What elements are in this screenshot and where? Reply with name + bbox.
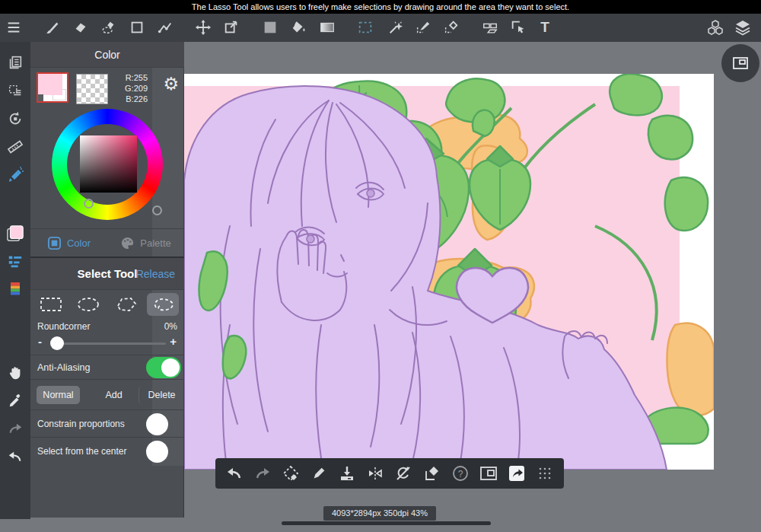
color-panel-title: Color [30,42,184,68]
rgb-b: B:226 [125,94,148,104]
redo-icon[interactable] [6,420,24,438]
gear-icon[interactable]: ⚙ [163,75,179,93]
floating-window-icon [731,53,750,73]
color-wheel-area [30,109,184,228]
pages-icon[interactable] [6,53,24,72]
transform-icon[interactable] [222,18,240,37]
slider-track[interactable] [50,342,166,345]
drag-handle-icon[interactable] [535,464,555,483]
mode-delete-button[interactable]: Delete [139,386,184,404]
tab-color[interactable]: Color [30,229,107,256]
flip-horizontal-button[interactable] [365,464,385,483]
tool-panel: Color R:255 G:209 B:226 ⚙ Color Palette … [30,42,184,518]
roundcorner-value: 0% [164,318,177,335]
select-eraser-icon[interactable] [442,18,460,37]
selection-mode-row: Normal Add Delete [30,379,184,409]
eyedropper-icon[interactable] [6,392,24,410]
sv-selector[interactable] [84,199,94,209]
select-layout-icon[interactable] [6,81,24,100]
color-set-icon[interactable] [6,279,24,298]
svg-text:?: ? [457,469,463,479]
rotate-view-icon[interactable] [6,110,24,128]
transparent-color-swatch[interactable] [76,74,108,104]
undo-button[interactable] [224,464,244,483]
foreground-color-swatch-panel[interactable] [37,72,68,103]
rect-tool-icon[interactable] [128,18,146,37]
select-from-center-label: Select from the center [37,446,126,457]
select-shape-ellipse[interactable] [72,293,104,316]
left-sidebar [0,42,30,519]
nav-window-button[interactable] [721,44,759,82]
foreground-color-swatch[interactable] [6,225,24,243]
redo-button[interactable] [253,464,272,483]
undo-icon[interactable] [6,448,24,467]
rgb-readout: R:255 G:209 B:226 [125,72,148,104]
mode-add-button[interactable]: Add [91,386,137,404]
anti-aliasing-row: Anti-Aliasing [30,355,184,379]
select-from-center-row: Select from the center [30,437,184,464]
constrain-proportions-row: Constrain proportions [30,409,184,437]
select-pen-icon[interactable] [414,18,432,37]
select-tool-header: Select Tool Release [30,256,184,289]
rgb-g: G:209 [125,83,148,94]
save-button[interactable] [337,464,357,483]
eraser-icon[interactable] [72,18,90,37]
saturation-value-square[interactable] [80,135,137,193]
horizontal-scrollbar[interactable] [282,521,491,525]
canvas-status: 4093*2894px 350dpi 43% [323,506,436,521]
medibang-paint-app: { "tooltip_bar": { "text": "The Lasso To… [0,0,761,532]
tab-palette-label: Palette [140,237,170,249]
anti-aliasing-toggle[interactable] [146,357,181,378]
slider-plus[interactable]: + [170,335,177,348]
anti-aliasing-label: Anti-Aliasing [37,362,90,373]
select-shape-rectangle[interactable] [35,293,67,316]
select-shape-polygon[interactable] [110,293,142,316]
brush-settings-icon[interactable] [6,252,24,270]
divide-frame-icon[interactable] [481,18,499,37]
tooltip-bar: The Lasso Tool allows users to freely ma… [0,0,761,14]
clear-selection-button[interactable] [422,464,442,483]
color-palette-tabs: Color Palette [30,228,184,256]
color-swatch-row: R:255 G:209 B:226 ⚙ [30,68,184,109]
object-select-icon[interactable] [509,18,527,37]
transform-selection-button[interactable] [281,464,301,483]
floating-window-button[interactable] [479,464,498,483]
tooltip-text: The Lasso Tool allows users to freely ma… [192,2,569,11]
brush-icon[interactable] [43,18,62,37]
hue-selector[interactable] [152,205,162,215]
tab-palette[interactable]: Palette [107,229,184,256]
hand-icon[interactable] [6,364,24,382]
slider-knob[interactable] [50,336,64,350]
select-shape-lasso[interactable] [147,293,179,316]
selection-shape-row [30,289,184,318]
text-tool-icon[interactable]: T [536,18,554,37]
constrain-proportions-toggle[interactable] [146,413,168,435]
material-icon[interactable] [706,18,724,37]
magic-wand-icon[interactable] [387,18,405,37]
tab-color-label: Color [67,237,91,249]
select-from-center-toggle[interactable] [146,441,168,463]
share-button[interactable] [507,464,527,483]
menu-icon[interactable] [5,18,23,37]
marquee-select-icon[interactable] [356,18,374,37]
airbrush-icon[interactable] [6,166,24,184]
roundcorner-label: Roundcorner [37,318,90,335]
lasso-eraser-icon[interactable] [100,18,118,37]
pen-button[interactable] [309,464,329,483]
constrain-proportions-label: Constrain proportions [37,419,125,429]
slider-minus[interactable]: - [38,335,42,348]
gradient-icon[interactable] [318,18,336,37]
release-link[interactable]: Release [136,268,175,280]
rotate-reset-button[interactable] [393,464,413,483]
move-icon[interactable] [194,18,212,37]
polyline-icon[interactable] [156,18,174,37]
text-tool-glyph: T [540,18,549,37]
canvas[interactable] [184,74,714,470]
main-toolbar: T [0,14,761,42]
layers-icon[interactable] [734,18,752,37]
bucket-icon[interactable] [290,18,308,37]
ruler-icon[interactable] [6,138,24,156]
fill-rect-icon[interactable] [261,18,279,37]
mode-normal-button[interactable]: Normal [37,386,80,404]
help-button[interactable]: ? [451,464,470,483]
